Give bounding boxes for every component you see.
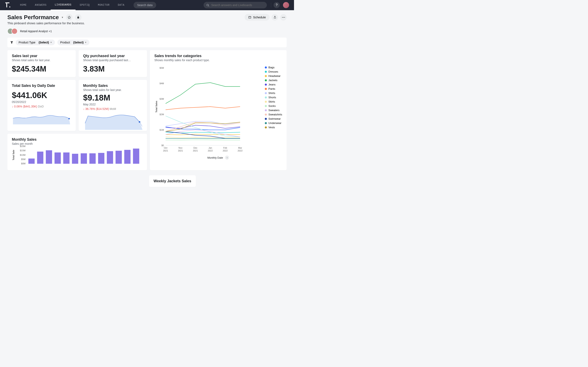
legend-item[interactable]: Jeans <box>265 83 282 86</box>
nav-data[interactable]: DATA <box>114 0 129 10</box>
card-monthly-sales-bars[interactable]: Monthly Sales Sales per month $0M$5M$10M… <box>7 134 147 170</box>
svg-text:Mar: Mar <box>238 147 242 149</box>
svg-point-32 <box>139 121 140 123</box>
svg-text:$5M: $5M <box>21 158 26 160</box>
legend-label: Pants <box>268 87 275 90</box>
legend-item[interactable]: Sweatshirts <box>265 113 282 116</box>
nav-answers[interactable]: ANSWERS <box>31 0 51 10</box>
lock-icon <box>77 16 80 19</box>
nav-monitor[interactable]: MONITOR <box>94 0 113 10</box>
filter-product-type[interactable]: Product Type (Select) ▼ <box>16 40 55 45</box>
title-dropdown-icon[interactable]: ▼ <box>61 16 63 18</box>
nav-liveboards[interactable]: LIVEBOARDS <box>51 0 76 10</box>
lock-button[interactable] <box>75 14 81 21</box>
svg-point-10 <box>284 17 285 17</box>
card-title: Monthly Sales <box>12 137 143 142</box>
kpi-value: 3.83M <box>83 65 143 73</box>
legend-item[interactable]: Swimwear <box>265 117 282 120</box>
svg-rect-51 <box>133 149 139 164</box>
legend-item[interactable]: Shirts <box>265 92 282 95</box>
filter-product[interactable]: Product (Select) ▼ <box>57 40 90 45</box>
legend-item[interactable]: Shorts <box>265 96 282 99</box>
legend-label: Dresses <box>268 70 278 73</box>
svg-rect-44 <box>72 154 78 164</box>
svg-rect-47 <box>98 153 104 164</box>
legend-item[interactable]: Sweaters <box>265 109 282 112</box>
svg-text:$10M: $10M <box>20 154 26 156</box>
legend-item[interactable]: Headwear <box>265 75 282 77</box>
svg-text:Jan: Jan <box>208 147 212 149</box>
legend-item[interactable]: Pants <box>265 87 282 90</box>
svg-text:2021: 2021 <box>193 150 198 152</box>
svg-text:Oct: Oct <box>164 147 167 149</box>
logo <box>5 2 11 8</box>
card-sales-trends[interactable]: Sales trends for categories Shows monthl… <box>150 50 287 170</box>
card-subtitle: Shows total sales for last year. <box>83 88 143 92</box>
search-data-button[interactable]: Search data <box>134 2 156 8</box>
share-button[interactable] <box>272 14 278 21</box>
legend-label: Vests <box>268 126 275 129</box>
nav-spotiq[interactable]: SPOTIQ <box>76 0 94 10</box>
svg-rect-1 <box>5 2 9 3</box>
more-button[interactable] <box>280 14 287 21</box>
schedule-button[interactable]: Schedule <box>245 14 269 21</box>
card-total-sales-daily[interactable]: Total Sales by Daily Date $441.06K 05/20… <box>7 80 76 131</box>
chevron-down-icon: ▼ <box>50 42 52 43</box>
schedule-icon <box>248 16 251 19</box>
trends-chart: $0$1M$2M$3M$4M$5MTotal SalesOct2021Nov20… <box>154 66 265 154</box>
svg-rect-42 <box>54 152 61 164</box>
legend-label: Jeans <box>268 83 276 86</box>
legend-label: Headwear <box>268 75 281 77</box>
card-qty-last-year[interactable]: Qty purchased last year Shows total quan… <box>79 50 147 77</box>
delta-amount: ($441.35K) <box>23 105 37 108</box>
legend-item[interactable]: Socks <box>265 104 282 108</box>
page-title: Sales Performance <box>7 14 59 21</box>
kpi-date: May 2022 <box>83 103 143 106</box>
legend-item[interactable]: Skirts <box>265 100 282 103</box>
legend-item[interactable]: Vests <box>265 126 282 129</box>
avatar[interactable] <box>11 28 17 34</box>
svg-text:$0M: $0M <box>21 162 26 165</box>
svg-rect-39 <box>28 159 35 164</box>
svg-rect-50 <box>124 150 131 164</box>
svg-text:2022: 2022 <box>238 150 242 152</box>
legend-label: Swimwear <box>268 117 281 120</box>
kpi-value: $9.18M <box>83 93 143 102</box>
filter-bar: Product Type (Select) ▼ Product (Select)… <box>7 38 287 47</box>
more-icon <box>282 17 285 18</box>
card-subtitle: Shows total quantity purchased last… <box>83 58 143 62</box>
user-avatar[interactable] <box>283 2 289 8</box>
card-sales-last-year[interactable]: Sales last year Shows total sales for la… <box>7 50 76 77</box>
legend-item[interactable]: Dresses <box>265 70 282 73</box>
share-icon <box>273 16 277 19</box>
svg-text:2022: 2022 <box>223 150 228 152</box>
sharer-avatars <box>7 28 17 34</box>
svg-text:2022: 2022 <box>208 150 213 152</box>
kpi-date: 05/20/2022 <box>12 100 71 104</box>
help-button[interactable]: ? <box>274 2 280 8</box>
svg-rect-46 <box>89 153 96 164</box>
filter-name: Product <box>60 41 70 44</box>
delta-percent: 0.06% <box>14 105 22 108</box>
legend-item[interactable]: Jackets <box>265 79 282 82</box>
search-icon <box>207 4 209 7</box>
legend-label: Bags <box>268 66 275 69</box>
svg-point-31 <box>68 118 70 119</box>
arrow-up-icon: ↑ <box>227 156 228 159</box>
legend-item[interactable]: Underwear <box>265 122 282 125</box>
nav-home[interactable]: HOME <box>16 0 31 10</box>
card-weekly-jackets[interactable]: Weekly Jackets Sales <box>149 175 196 184</box>
legend-item[interactable]: Bags <box>265 66 282 69</box>
legend-label: Sweaters <box>268 109 279 112</box>
global-search[interactable] <box>204 2 267 8</box>
svg-point-3 <box>207 4 209 6</box>
svg-point-9 <box>283 17 284 17</box>
card-monthly-sales-kpi[interactable]: Monthly Sales Shows total sales for last… <box>79 80 147 131</box>
favorite-button[interactable] <box>66 14 72 21</box>
sort-button[interactable]: ↑ <box>225 156 229 160</box>
svg-text:Dec: Dec <box>193 147 198 149</box>
global-search-input[interactable] <box>211 3 264 7</box>
sharer-label: Retail Apparel Analyst +1 <box>20 30 52 33</box>
monthly-bar-chart: $0M$5M$10M$15M$20MTotal Sale <box>12 145 143 166</box>
card-subtitle: Shows monthly sales for each product typ… <box>154 58 282 62</box>
